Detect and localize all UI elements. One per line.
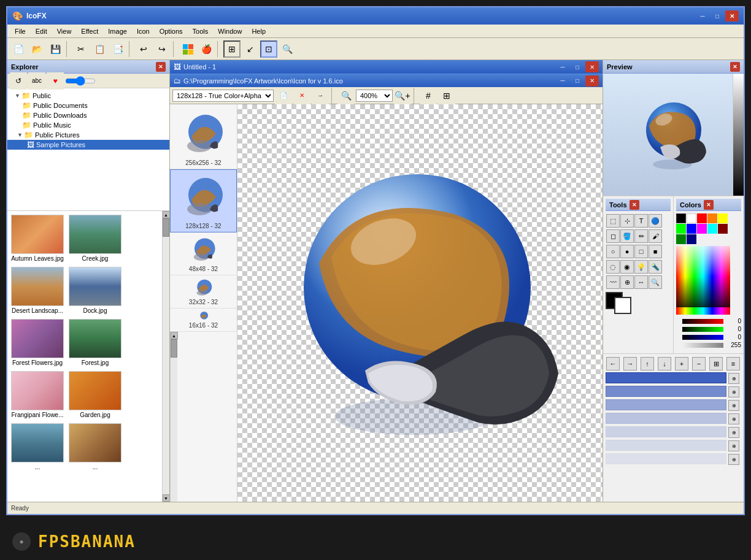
menu-tools[interactable]: Tools	[188, 26, 214, 36]
undo-button[interactable]: ↩	[135, 40, 152, 58]
nav-right1[interactable]: →	[623, 357, 637, 370]
explorer-refresh-button[interactable]: ↺	[10, 72, 27, 90]
tool-circle[interactable]: ○	[606, 245, 620, 258]
tools-close-btn[interactable]: ✕	[630, 200, 639, 210]
close-button[interactable]: ✕	[725, 10, 739, 21]
layer-btn-7[interactable]: ⊕	[728, 454, 739, 465]
tool-clone[interactable]: ⊕	[620, 275, 634, 289]
nav-extra2[interactable]: ≡	[726, 357, 740, 370]
menu-view[interactable]: View	[52, 26, 77, 36]
tool-sharpen[interactable]: ◉	[620, 260, 634, 274]
nav-extra1[interactable]: ⊞	[709, 357, 723, 370]
explorer-filter-button[interactable]: abc	[28, 72, 45, 90]
swatch-darkgreen[interactable]	[676, 234, 686, 244]
swatch-darkred[interactable]	[718, 224, 728, 234]
explorer-zoom-slider[interactable]	[65, 76, 96, 86]
editor-minimize[interactable]: ─	[556, 61, 569, 72]
tool-lighten[interactable]: 💡	[634, 260, 648, 274]
tool-smudge[interactable]: 〰	[606, 275, 620, 289]
tool-blur[interactable]: ◌	[606, 260, 620, 274]
zoom-in-btn[interactable]: 🔍+	[394, 87, 411, 104]
preview-close-btn[interactable]: ✕	[730, 62, 740, 72]
spectrum-bar[interactable]	[676, 307, 730, 315]
tool-eyedropper[interactable]: 🔵	[649, 214, 662, 228]
thumb-extra1[interactable]: ...	[10, 422, 65, 472]
canvas-area[interactable]	[237, 104, 603, 502]
tool-circle-fill[interactable]: ●	[620, 245, 634, 258]
menu-effect[interactable]: Effect	[76, 26, 103, 36]
swatch-red[interactable]	[697, 213, 707, 223]
menu-icon[interactable]: Icon	[132, 26, 155, 36]
copy-button[interactable]: 📋	[91, 40, 108, 58]
arrow-button[interactable]: ↙	[242, 40, 259, 58]
editor-maximize[interactable]: □	[571, 61, 584, 72]
swatch-darkblue[interactable]	[687, 234, 696, 244]
swatch-blue[interactable]	[687, 224, 696, 234]
tool-paint-bucket[interactable]: 🪣	[620, 229, 634, 243]
grid-view-button[interactable]: ⊞	[223, 40, 241, 58]
export-btn[interactable]: →	[312, 87, 329, 104]
tool-rect[interactable]: □	[634, 245, 648, 258]
swatch-white[interactable]	[687, 213, 696, 223]
tool-eraser[interactable]: ◻	[606, 229, 620, 243]
tool-rect-fill[interactable]: ■	[649, 245, 662, 258]
size-item-128[interactable]: 128x128 - 32	[170, 169, 237, 232]
thumb-forest[interactable]: Forest.jpg	[67, 318, 123, 367]
tree-item-pictures[interactable]: ▼ 📁 Public Pictures	[7, 130, 169, 140]
scroll-down-btn[interactable]: ▼	[163, 494, 170, 502]
menu-edit[interactable]: Edit	[31, 26, 52, 36]
cut-button[interactable]: ✂	[72, 40, 90, 58]
layer-item-6[interactable]	[606, 440, 726, 451]
thumb-desert[interactable]: Desert Landscap...	[10, 266, 65, 315]
layer-item-1[interactable]	[606, 372, 726, 383]
path-close[interactable]: ✕	[585, 75, 599, 86]
layer-item-5[interactable]	[606, 426, 726, 437]
layer-btn-2[interactable]: ⊕	[728, 386, 739, 397]
tool-pen[interactable]: ✏	[634, 229, 648, 243]
scroll-thumb[interactable]	[163, 218, 169, 237]
path-maximize[interactable]: □	[571, 75, 584, 86]
menu-options[interactable]: Options	[155, 26, 188, 36]
sizes-scrollbar[interactable]: ▲ ▼	[170, 332, 177, 502]
thumb-extra2[interactable]: ...	[67, 422, 123, 472]
tool-move[interactable]: ↔	[634, 275, 648, 289]
size-item-16[interactable]: 16x16 - 32	[170, 309, 237, 332]
layer-item-2[interactable]	[606, 386, 726, 397]
tool-transform[interactable]: ⊹	[620, 214, 634, 228]
size-item-256[interactable]: 256x256 - 32	[170, 107, 237, 169]
size-item-32[interactable]: 32x32 - 32	[170, 275, 237, 309]
menu-window[interactable]: Window	[213, 26, 247, 36]
zoom-selector[interactable]: 400%	[356, 90, 393, 102]
grid-btn[interactable]: #	[420, 87, 437, 104]
tree-item-sample[interactable]: 🖼 Sample Pictures	[7, 140, 169, 150]
editor-close[interactable]: ✕	[585, 61, 599, 72]
paste-button[interactable]: 📑	[109, 40, 126, 58]
thumb-frangipani[interactable]: Frangipani Flowe...	[10, 370, 65, 420]
color-picker-gradient[interactable]	[676, 246, 730, 307]
new-button[interactable]: 📄	[10, 40, 27, 58]
thumb-autumn-leaves[interactable]: Autumn Leaves.jpg	[10, 213, 65, 263]
b-slider-track[interactable]	[682, 335, 723, 340]
sizes-scroll-thumb[interactable]	[171, 339, 177, 358]
windows-button[interactable]	[179, 40, 196, 58]
zoom-out-btn[interactable]: 🔍	[337, 87, 355, 104]
swatch-black[interactable]	[676, 213, 686, 223]
apple-button[interactable]: 🍎	[198, 40, 215, 58]
maximize-button[interactable]: □	[711, 10, 724, 21]
save-button[interactable]: 💾	[47, 40, 64, 58]
layer-btn-5[interactable]: ⊕	[728, 427, 739, 438]
open-button[interactable]: 📂	[28, 40, 45, 58]
g-slider-track[interactable]	[682, 327, 723, 332]
thumb-forest-flowers[interactable]: Forest Flowers.jpg	[10, 318, 65, 367]
swatch-cyan[interactable]	[707, 224, 717, 234]
colors-close-btn[interactable]: ✕	[704, 200, 714, 210]
tree-item-public[interactable]: ▼ 📁 Public	[7, 91, 169, 101]
tool-brush2[interactable]: 🖌	[649, 229, 662, 243]
layer-btn-1[interactable]: ⊕	[728, 373, 739, 384]
nav-zoom-in[interactable]: +	[675, 357, 688, 370]
explorer-fav-button[interactable]: ♥	[47, 72, 64, 90]
thumb-dock[interactable]: Dock.jpg	[67, 266, 123, 315]
new-image-btn[interactable]: 📄	[275, 87, 292, 104]
r-slider-track[interactable]	[682, 319, 723, 324]
tool-darken[interactable]: 🔦	[649, 260, 662, 274]
